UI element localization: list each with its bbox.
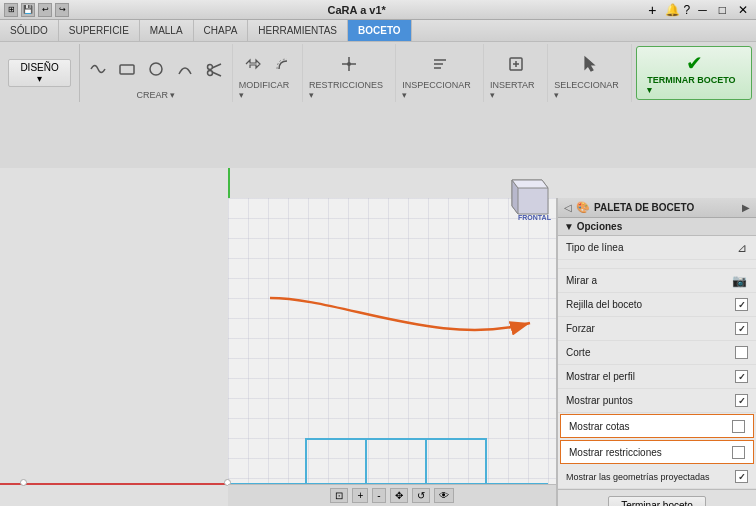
- svg-point-3: [207, 71, 212, 76]
- palette-section-opciones[interactable]: ▼ Opciones: [558, 218, 756, 236]
- palette-header: ◁ 🎨 PALETA DE BOCETO ▶: [558, 198, 756, 218]
- sketch-line-v4: [485, 438, 487, 483]
- undo-icon[interactable]: ↩: [38, 3, 52, 17]
- titlebar-right-controls: + 🔔 ? ─ □ ✕: [644, 2, 752, 18]
- palette-row-corte: Corte: [558, 341, 756, 365]
- zoom-in-btn[interactable]: +: [352, 488, 368, 503]
- svg-text:FRONTAL: FRONTAL: [518, 214, 552, 221]
- insertar-tools: [503, 46, 529, 78]
- palette-row-mirar: Mirar a 📷: [558, 269, 756, 293]
- tool-arc[interactable]: [172, 56, 198, 82]
- tool-constraints[interactable]: [336, 51, 362, 77]
- tool-scissors[interactable]: [201, 56, 227, 82]
- palette-row-mostrar-cotas: Mostrar cotas: [560, 414, 754, 438]
- sketch-line-h2: [305, 438, 365, 440]
- svg-line-5: [212, 72, 221, 76]
- svg-point-8: [347, 62, 351, 66]
- palette-header-left: ◁ 🎨 PALETA DE BOCETO: [564, 201, 694, 214]
- tool-inspect[interactable]: [427, 51, 453, 77]
- zoom-fit-btn[interactable]: ⊡: [330, 488, 348, 503]
- bottom-toolbar: ⊡ + - ✥ ↺ 👁: [228, 484, 556, 506]
- tool-insert[interactable]: [503, 51, 529, 77]
- design-button[interactable]: DISEÑO ▾: [8, 59, 71, 87]
- app-title: CaRA a v1*: [69, 4, 644, 16]
- perfil-checkbox[interactable]: [735, 370, 748, 383]
- tool-rect[interactable]: [114, 56, 140, 82]
- restricciones-tools: [336, 46, 362, 78]
- tab-boceto[interactable]: BOCETO: [348, 20, 412, 41]
- check-icon: ✔: [686, 51, 703, 75]
- modificar-tools: [240, 46, 295, 78]
- svg-marker-19: [512, 180, 548, 188]
- puntos-checkbox[interactable]: [735, 394, 748, 407]
- tool-select[interactable]: [577, 51, 603, 77]
- add-tab-btn[interactable]: +: [644, 2, 660, 18]
- tab-herramientas[interactable]: HERRAMIENTAS: [248, 20, 348, 41]
- sketch-line-h3: [365, 438, 425, 440]
- terminar-boceto-palette-btn[interactable]: Terminar boceto: [608, 496, 706, 506]
- inspeccionar-tools: [427, 46, 453, 78]
- orbit-btn[interactable]: ↺: [412, 488, 430, 503]
- palette-row-rejilla: Rejilla del boceto: [558, 293, 756, 317]
- window-icon: ⊞: [4, 3, 18, 17]
- palette-prev-arrow[interactable]: ▶: [742, 202, 750, 213]
- cotas-checkbox[interactable]: [732, 420, 745, 433]
- main-area: NAVEGADOR ◉ COMENTARIOS ◉: [0, 84, 756, 506]
- palette-row-forzar: Forzar: [558, 317, 756, 341]
- palette-row-tipo-linea: Tipo de línea ⊿: [558, 236, 756, 260]
- zoom-out-btn[interactable]: -: [372, 488, 385, 503]
- svg-rect-0: [120, 65, 134, 74]
- redo-icon[interactable]: ↪: [55, 3, 69, 17]
- restricciones-checkbox[interactable]: [732, 446, 745, 459]
- design-label: DISEÑO ▾: [17, 62, 62, 84]
- corte-checkbox[interactable]: [735, 346, 748, 359]
- tab-superficie[interactable]: SUPERFICIE: [59, 20, 140, 41]
- palette-row-mostrar-restricciones: Mostrar restricciones: [560, 440, 754, 464]
- sketch-line-h4: [425, 438, 485, 440]
- forzar-checkbox[interactable]: [735, 322, 748, 335]
- svg-point-1: [150, 63, 162, 75]
- sketch-line-v2: [365, 438, 367, 483]
- notification-icon: 🔔: [665, 3, 680, 17]
- palette-row-mostrar-puntos: Mostrar puntos: [558, 389, 756, 413]
- tab-malla[interactable]: MALLA: [140, 20, 194, 41]
- ribbon-tabs: SÓLIDO SUPERFICIE MALLA CHAPA HERRAMIENT…: [0, 20, 756, 42]
- mirar-icon[interactable]: 📷: [731, 273, 748, 289]
- palette-footer: Terminar boceto: [558, 489, 756, 506]
- sketch-line-v1: [305, 438, 307, 483]
- tool-circle[interactable]: [143, 56, 169, 82]
- svg-line-4: [212, 64, 221, 68]
- palette-nav-arrows: ▶: [742, 202, 750, 213]
- tool-move[interactable]: [240, 51, 266, 77]
- rejilla-checkbox[interactable]: [735, 298, 748, 311]
- tool-offset[interactable]: [269, 51, 295, 77]
- tool-line[interactable]: [85, 56, 111, 82]
- help-icon: ?: [684, 3, 691, 17]
- palette-row-mostrar-perfil: Mostrar el perfil: [558, 365, 756, 389]
- titlebar: ⊞ 💾 ↩ ↪ CaRA a v1* + 🔔 ? ─ □ ✕: [0, 0, 756, 20]
- palette-panel: ◁ 🎨 PALETA DE BOCETO ▶ ▼ Opciones Tipo d…: [556, 198, 756, 506]
- sketch-line-v3: [425, 438, 427, 483]
- view-cube: FRONTAL: [498, 168, 556, 226]
- tab-chapa[interactable]: CHAPA: [194, 20, 249, 41]
- geometrias-checkbox[interactable]: [735, 470, 748, 483]
- svg-point-2: [207, 65, 212, 70]
- save-icon[interactable]: 💾: [21, 3, 35, 17]
- view-btn[interactable]: 👁: [434, 488, 454, 503]
- palette-icon: 🎨: [576, 201, 590, 214]
- titlebar-window-controls: ⊞ 💾 ↩ ↪: [4, 3, 69, 17]
- pan-btn[interactable]: ✥: [390, 488, 408, 503]
- palette-collapse-btn[interactable]: ◁: [564, 202, 572, 213]
- crear-tools: [85, 46, 227, 88]
- palette-row-mostrar-geometrias: Mostrar las geometrías proyectadas: [558, 465, 756, 489]
- tipo-linea-icon[interactable]: ⊿: [736, 240, 748, 256]
- canvas-area: FRONTAL ◁ 🎨 PALETA DE BOCETO ▶ ▼ Opcione…: [0, 168, 756, 506]
- sketch-dot-2: [20, 479, 27, 486]
- minimize-btn[interactable]: ─: [694, 3, 711, 17]
- maximize-btn[interactable]: □: [715, 3, 730, 17]
- seleccionar-tools: [577, 46, 603, 78]
- palette-row-spacer: [558, 260, 756, 269]
- tab-solido[interactable]: SÓLIDO: [0, 20, 59, 41]
- svg-marker-15: [585, 57, 594, 71]
- close-btn[interactable]: ✕: [734, 3, 752, 17]
